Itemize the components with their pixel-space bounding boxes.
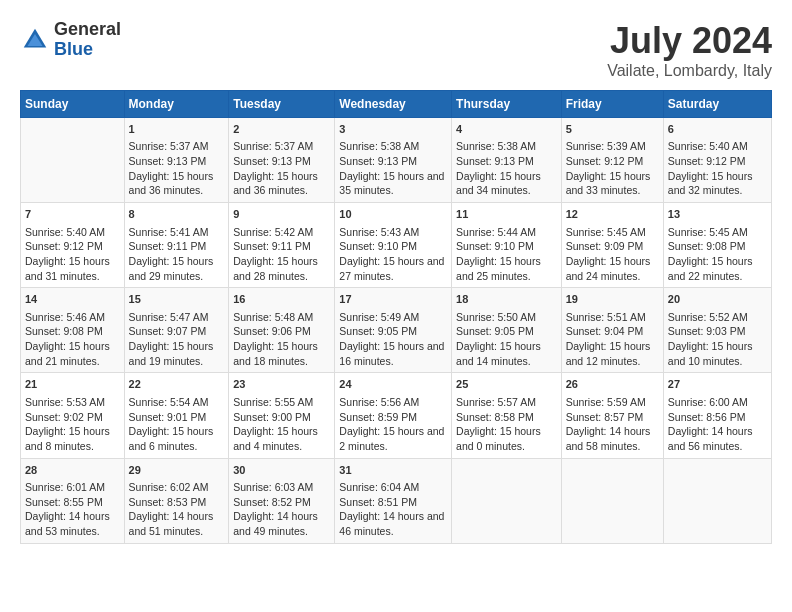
day-cell: 25Sunrise: 5:57 AMSunset: 8:58 PMDayligh… — [452, 373, 562, 458]
header-cell-wednesday: Wednesday — [335, 91, 452, 118]
day-cell: 15Sunrise: 5:47 AMSunset: 9:07 PMDayligh… — [124, 288, 229, 373]
sunset-text: Sunset: 8:55 PM — [25, 495, 120, 510]
daylight-text: Daylight: 15 hours and 36 minutes. — [233, 169, 330, 198]
daylight-text: Daylight: 14 hours and 51 minutes. — [129, 509, 225, 538]
sunrise-text: Sunrise: 5:49 AM — [339, 310, 447, 325]
sunrise-text: Sunrise: 5:51 AM — [566, 310, 659, 325]
day-cell — [561, 458, 663, 543]
day-cell — [21, 118, 125, 203]
day-number: 27 — [668, 377, 767, 392]
day-cell: 4Sunrise: 5:38 AMSunset: 9:13 PMDaylight… — [452, 118, 562, 203]
day-cell — [452, 458, 562, 543]
day-number: 12 — [566, 207, 659, 222]
sunset-text: Sunset: 8:51 PM — [339, 495, 447, 510]
sunrise-text: Sunrise: 5:47 AM — [129, 310, 225, 325]
day-number: 23 — [233, 377, 330, 392]
day-cell: 6Sunrise: 5:40 AMSunset: 9:12 PMDaylight… — [663, 118, 771, 203]
day-cell: 12Sunrise: 5:45 AMSunset: 9:09 PMDayligh… — [561, 203, 663, 288]
day-number: 15 — [129, 292, 225, 307]
day-cell: 3Sunrise: 5:38 AMSunset: 9:13 PMDaylight… — [335, 118, 452, 203]
header-cell-tuesday: Tuesday — [229, 91, 335, 118]
day-number: 17 — [339, 292, 447, 307]
sunrise-text: Sunrise: 6:02 AM — [129, 480, 225, 495]
daylight-text: Daylight: 15 hours and 19 minutes. — [129, 339, 225, 368]
daylight-text: Daylight: 15 hours and 22 minutes. — [668, 254, 767, 283]
sunset-text: Sunset: 9:12 PM — [25, 239, 120, 254]
daylight-text: Daylight: 15 hours and 34 minutes. — [456, 169, 557, 198]
daylight-text: Daylight: 15 hours and 25 minutes. — [456, 254, 557, 283]
day-cell: 7Sunrise: 5:40 AMSunset: 9:12 PMDaylight… — [21, 203, 125, 288]
day-cell: 5Sunrise: 5:39 AMSunset: 9:12 PMDaylight… — [561, 118, 663, 203]
sunset-text: Sunset: 9:05 PM — [339, 324, 447, 339]
sunrise-text: Sunrise: 5:38 AM — [339, 139, 447, 154]
calendar-table: SundayMondayTuesdayWednesdayThursdayFrid… — [20, 90, 772, 544]
sunset-text: Sunset: 9:09 PM — [566, 239, 659, 254]
sunset-text: Sunset: 8:52 PM — [233, 495, 330, 510]
sunset-text: Sunset: 9:00 PM — [233, 410, 330, 425]
day-number: 26 — [566, 377, 659, 392]
daylight-text: Daylight: 14 hours and 46 minutes. — [339, 509, 447, 538]
day-number: 22 — [129, 377, 225, 392]
day-cell: 28Sunrise: 6:01 AMSunset: 8:55 PMDayligh… — [21, 458, 125, 543]
daylight-text: Daylight: 15 hours and 32 minutes. — [668, 169, 767, 198]
day-number: 8 — [129, 207, 225, 222]
daylight-text: Daylight: 15 hours and 4 minutes. — [233, 424, 330, 453]
day-number: 13 — [668, 207, 767, 222]
day-cell: 18Sunrise: 5:50 AMSunset: 9:05 PMDayligh… — [452, 288, 562, 373]
sunset-text: Sunset: 9:13 PM — [233, 154, 330, 169]
sunset-text: Sunset: 9:02 PM — [25, 410, 120, 425]
sunrise-text: Sunrise: 5:52 AM — [668, 310, 767, 325]
daylight-text: Daylight: 15 hours and 27 minutes. — [339, 254, 447, 283]
daylight-text: Daylight: 14 hours and 53 minutes. — [25, 509, 120, 538]
sunrise-text: Sunrise: 5:54 AM — [129, 395, 225, 410]
header-row: SundayMondayTuesdayWednesdayThursdayFrid… — [21, 91, 772, 118]
daylight-text: Daylight: 15 hours and 16 minutes. — [339, 339, 447, 368]
daylight-text: Daylight: 15 hours and 8 minutes. — [25, 424, 120, 453]
day-cell: 8Sunrise: 5:41 AMSunset: 9:11 PMDaylight… — [124, 203, 229, 288]
day-number: 20 — [668, 292, 767, 307]
day-number: 18 — [456, 292, 557, 307]
sunset-text: Sunset: 9:05 PM — [456, 324, 557, 339]
week-row-5: 28Sunrise: 6:01 AMSunset: 8:55 PMDayligh… — [21, 458, 772, 543]
sunrise-text: Sunrise: 5:53 AM — [25, 395, 120, 410]
sunrise-text: Sunrise: 5:38 AM — [456, 139, 557, 154]
title-area: July 2024 Vailate, Lombardy, Italy — [607, 20, 772, 80]
day-cell: 16Sunrise: 5:48 AMSunset: 9:06 PMDayligh… — [229, 288, 335, 373]
logo: General Blue — [20, 20, 121, 60]
logo-icon — [20, 25, 50, 55]
week-row-1: 1Sunrise: 5:37 AMSunset: 9:13 PMDaylight… — [21, 118, 772, 203]
sunrise-text: Sunrise: 5:43 AM — [339, 225, 447, 240]
daylight-text: Daylight: 15 hours and 29 minutes. — [129, 254, 225, 283]
day-cell: 24Sunrise: 5:56 AMSunset: 8:59 PMDayligh… — [335, 373, 452, 458]
day-cell: 9Sunrise: 5:42 AMSunset: 9:11 PMDaylight… — [229, 203, 335, 288]
day-number: 7 — [25, 207, 120, 222]
day-cell: 30Sunrise: 6:03 AMSunset: 8:52 PMDayligh… — [229, 458, 335, 543]
day-cell: 31Sunrise: 6:04 AMSunset: 8:51 PMDayligh… — [335, 458, 452, 543]
sunset-text: Sunset: 9:03 PM — [668, 324, 767, 339]
day-number: 30 — [233, 463, 330, 478]
sunset-text: Sunset: 9:08 PM — [25, 324, 120, 339]
sunrise-text: Sunrise: 6:04 AM — [339, 480, 447, 495]
sunrise-text: Sunrise: 5:45 AM — [566, 225, 659, 240]
daylight-text: Daylight: 15 hours and 18 minutes. — [233, 339, 330, 368]
sunrise-text: Sunrise: 6:00 AM — [668, 395, 767, 410]
day-number: 10 — [339, 207, 447, 222]
sunrise-text: Sunrise: 5:48 AM — [233, 310, 330, 325]
sunset-text: Sunset: 9:06 PM — [233, 324, 330, 339]
day-number: 24 — [339, 377, 447, 392]
day-number: 29 — [129, 463, 225, 478]
header-cell-saturday: Saturday — [663, 91, 771, 118]
sunset-text: Sunset: 9:13 PM — [456, 154, 557, 169]
sunset-text: Sunset: 8:56 PM — [668, 410, 767, 425]
sunrise-text: Sunrise: 5:50 AM — [456, 310, 557, 325]
day-cell: 20Sunrise: 5:52 AMSunset: 9:03 PMDayligh… — [663, 288, 771, 373]
day-cell: 2Sunrise: 5:37 AMSunset: 9:13 PMDaylight… — [229, 118, 335, 203]
day-cell — [663, 458, 771, 543]
sunset-text: Sunset: 9:11 PM — [129, 239, 225, 254]
daylight-text: Daylight: 15 hours and 6 minutes. — [129, 424, 225, 453]
sunset-text: Sunset: 8:59 PM — [339, 410, 447, 425]
daylight-text: Daylight: 15 hours and 36 minutes. — [129, 169, 225, 198]
daylight-text: Daylight: 14 hours and 49 minutes. — [233, 509, 330, 538]
sunset-text: Sunset: 9:13 PM — [339, 154, 447, 169]
sunrise-text: Sunrise: 5:40 AM — [668, 139, 767, 154]
